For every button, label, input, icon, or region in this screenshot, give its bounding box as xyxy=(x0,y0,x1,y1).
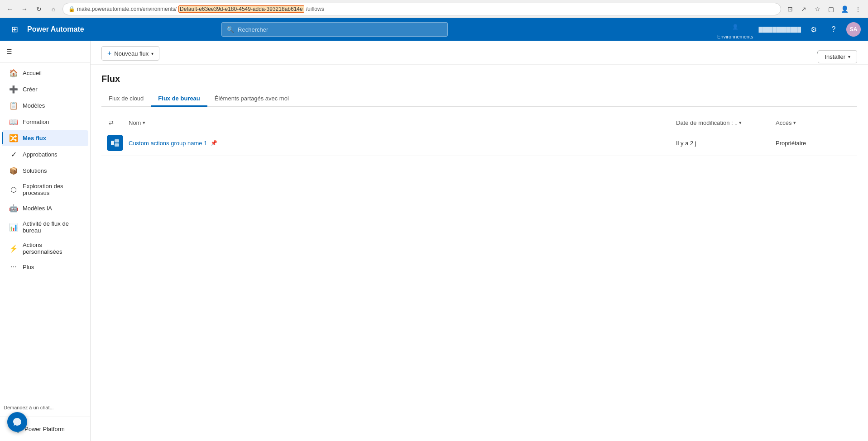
settings-icon[interactable]: ⚙ xyxy=(806,22,821,37)
solutions-icon: 📦 xyxy=(9,166,18,175)
sidebar-label-creer: Créer xyxy=(23,86,38,93)
access-sort-icon[interactable]: ▾ xyxy=(793,120,796,126)
star-icon[interactable]: ☆ xyxy=(812,4,823,14)
sidebar-label-power-platform: Power Platform xyxy=(24,426,65,432)
sidebar-item-approbations[interactable]: ✓ Approbations xyxy=(2,147,88,162)
tab-bureau-label: Flux de bureau xyxy=(158,95,200,102)
sidebar-top: ☰ xyxy=(0,41,90,63)
col-date-label: Date de modification : xyxy=(676,119,733,126)
sidebar-item-modeles-ia[interactable]: 🤖 Modèles IA xyxy=(2,200,88,216)
sidebar-item-creer[interactable]: ➕ Créer xyxy=(2,81,88,97)
templates-icon: 📋 xyxy=(9,101,18,110)
date-sort-desc-icon[interactable]: ↓ xyxy=(735,120,738,126)
address-bar[interactable]: 🔒 make.powerautomate.com/environments/De… xyxy=(62,3,781,15)
tab-partages[interactable]: Éléments partagés avec moi xyxy=(207,91,296,107)
content-area: + Nouveau flux ▾ 🔍 Rechercher Flux Insta… xyxy=(91,41,868,441)
env-icon: 👤 xyxy=(728,19,743,34)
flow-date-cell: Il y a 2 j xyxy=(676,140,776,147)
col-header-name[interactable]: Nom ▾ xyxy=(129,119,676,126)
main-layout: ☰ 🏠 Accueil ➕ Créer 📋 Modèles 📖 Formati xyxy=(0,41,868,441)
top-bar-right: 👤 Environnements ████████████ ⚙ ? SA xyxy=(717,19,861,39)
sidebar-label-mes-flux: Mes flux xyxy=(23,135,46,142)
install-button[interactable]: Installer ▾ xyxy=(818,50,857,63)
sidebar-label-solutions: Solutions xyxy=(23,167,47,174)
sidebar-collapse-button[interactable]: ☰ xyxy=(2,44,16,59)
install-label: Installer xyxy=(825,53,845,60)
tab-bureau[interactable]: Flux de bureau xyxy=(151,91,207,107)
chat-button[interactable] xyxy=(7,412,27,432)
formation-icon: 📖 xyxy=(9,118,18,126)
app-logo[interactable]: Power Automate xyxy=(27,25,84,33)
share-col-icon: ⇄ xyxy=(109,119,114,126)
table-row[interactable]: Custom actions group name 1 📌 Il y a 2 j… xyxy=(101,130,857,156)
sidebar-label-modeles-ia: Modèles IA xyxy=(23,205,52,212)
browser-right-icons: ⊡ ↗ ☆ ▢ 👤 ⋮ xyxy=(785,4,863,14)
avatar[interactable]: SA xyxy=(846,22,861,37)
url-suffix: /uiflows xyxy=(306,6,324,12)
new-flux-plus-icon: + xyxy=(107,49,111,57)
cast-icon[interactable]: ⊡ xyxy=(785,4,796,14)
sidebar-item-modeles[interactable]: 📋 Modèles xyxy=(2,98,88,114)
waffle-menu[interactable]: ⊞ xyxy=(7,22,22,37)
top-search-icon: 🔍 xyxy=(226,26,234,33)
env-name-item[interactable]: ████████████ xyxy=(758,27,801,32)
environments-button[interactable]: 👤 Environnements xyxy=(717,19,753,39)
approvals-icon: ✓ xyxy=(9,150,18,159)
col-name-label: Nom xyxy=(129,119,141,126)
plus-icon: ➕ xyxy=(9,85,18,94)
activity-icon: 📊 xyxy=(9,223,18,232)
new-flux-button[interactable]: + Nouveau flux ▾ xyxy=(101,46,159,61)
share-icon[interactable]: ↗ xyxy=(798,4,809,14)
sidebar-item-formation[interactable]: 📖 Formation xyxy=(2,114,88,130)
chat-label: Demandez à un chat... xyxy=(4,405,54,410)
col-header-date[interactable]: Date de modification : ↓ ▾ xyxy=(676,119,776,126)
top-search-bar[interactable]: 🔍 Rechercher xyxy=(221,22,448,37)
back-button[interactable]: ← xyxy=(5,4,15,14)
sidebar-item-actions-personnalisees[interactable]: ⚡ Actions personnalisées xyxy=(2,238,88,259)
tab-cloud[interactable]: Flux de cloud xyxy=(101,91,151,107)
sidebar-label-exploration: Exploration des processus xyxy=(23,183,81,196)
sidebar-item-activite-flux-bureau[interactable]: 📊 Activité de flux de bureau xyxy=(2,217,88,237)
menu-icon[interactable]: ⋮ xyxy=(853,4,863,14)
top-bar: ⊞ Power Automate 🔍 Rechercher 👤 Environn… xyxy=(0,18,868,41)
window-icon[interactable]: ▢ xyxy=(825,4,836,14)
sidebar-label-formation: Formation xyxy=(23,119,49,125)
install-chevron: ▾ xyxy=(848,54,850,59)
more-icon: ··· xyxy=(9,263,18,271)
table-header: ⇄ Nom ▾ Date de modification : ↓ ▾ Acc xyxy=(101,116,857,130)
svg-rect-0 xyxy=(111,141,114,145)
env-name-label: ████████████ xyxy=(758,27,801,32)
flow-access: Propriétaire xyxy=(776,140,806,147)
date-sort-icon[interactable]: ▾ xyxy=(739,120,742,126)
forward-button[interactable]: → xyxy=(19,4,30,14)
help-icon[interactable]: ? xyxy=(826,22,841,37)
profile-icon[interactable]: 👤 xyxy=(839,4,850,14)
process-icon: ⬡ xyxy=(9,185,18,194)
new-flux-chevron: ▾ xyxy=(151,51,153,56)
sidebar-item-solutions[interactable]: 📦 Solutions xyxy=(2,163,88,179)
sidebar-label-plus: Plus xyxy=(23,264,34,270)
name-sort-icon[interactable]: ▾ xyxy=(143,120,145,126)
sidebar-item-exploration-processus[interactable]: ⬡ Exploration des processus xyxy=(2,179,88,200)
ai-icon: 🤖 xyxy=(9,204,18,213)
flow-name-cell[interactable]: Custom actions group name 1 📌 xyxy=(129,140,676,147)
home-button[interactable]: ⌂ xyxy=(48,4,59,14)
sidebar: ☰ 🏠 Accueil ➕ Créer 📋 Modèles 📖 Formati xyxy=(0,41,91,441)
tabs: Flux de cloud Flux de bureau Éléments pa… xyxy=(101,91,857,107)
top-search-placeholder: Rechercher xyxy=(238,26,268,33)
col-header-access[interactable]: Accès ▾ xyxy=(776,119,857,126)
sidebar-item-accueil[interactable]: 🏠 Accueil xyxy=(2,65,88,81)
sidebar-label-accueil: Accueil xyxy=(23,70,42,76)
svg-rect-1 xyxy=(115,139,119,142)
flux-icon: 🔀 xyxy=(9,134,18,142)
page-title: Flux xyxy=(101,74,120,84)
svg-rect-2 xyxy=(115,143,119,147)
col-access-label: Accès xyxy=(776,119,791,126)
custom-actions-icon: ⚡ xyxy=(9,244,18,253)
content-toolbar: + Nouveau flux ▾ 🔍 Rechercher xyxy=(91,41,868,65)
refresh-button[interactable]: ↻ xyxy=(34,4,44,14)
sidebar-item-plus[interactable]: ··· Plus xyxy=(2,259,88,275)
tab-partages-label: Éléments partagés avec moi xyxy=(215,95,289,102)
pin-icon: 📌 xyxy=(211,140,217,146)
sidebar-item-mes-flux[interactable]: 🔀 Mes flux xyxy=(2,130,88,146)
